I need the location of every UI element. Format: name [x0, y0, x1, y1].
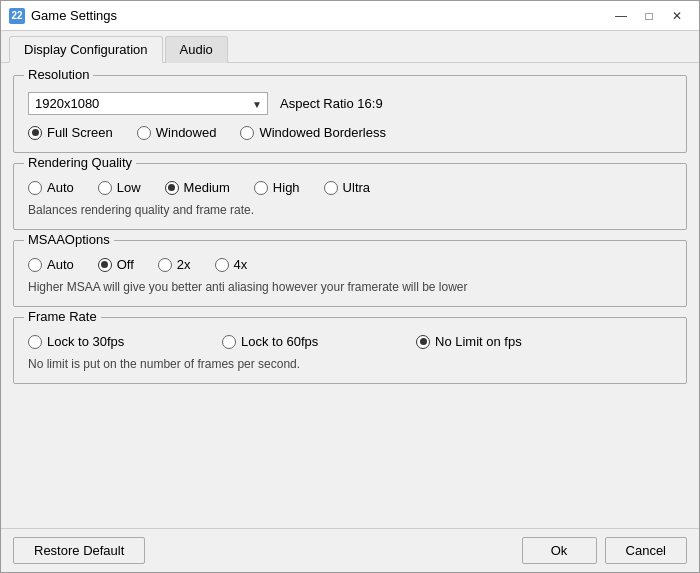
radio-msaa-auto[interactable]: Auto: [28, 257, 74, 272]
radio-low-quality-label: Low: [117, 180, 141, 195]
window-controls: — □ ✕: [607, 5, 691, 27]
radio-medium-quality-btn: [165, 181, 179, 195]
framerate-options-group: Lock to 30fps Lock to 60fps No Limit on …: [28, 334, 672, 349]
display-mode-group: Full Screen Windowed Windowed Borderless: [28, 125, 672, 140]
radio-ultra-quality[interactable]: Ultra: [324, 180, 370, 195]
window-title: Game Settings: [31, 8, 117, 23]
ok-button[interactable]: Ok: [522, 537, 597, 564]
radio-fullscreen-label: Full Screen: [47, 125, 113, 140]
radio-ultra-quality-btn: [324, 181, 338, 195]
radio-msaa-auto-label: Auto: [47, 257, 74, 272]
tab-bar: Display Configuration Audio: [1, 31, 699, 63]
radio-nolimit[interactable]: No Limit on fps: [416, 334, 522, 349]
radio-auto-quality[interactable]: Auto: [28, 180, 74, 195]
radio-fullscreen-btn: [28, 126, 42, 140]
radio-30fps-label: Lock to 30fps: [47, 334, 124, 349]
title-bar: 22 Game Settings — □ ✕: [1, 1, 699, 31]
radio-msaa-off[interactable]: Off: [98, 257, 134, 272]
resolution-group: Resolution 800x600 1024x768 1280x720 136…: [13, 75, 687, 153]
rendering-group: Rendering Quality Auto Low Medium High: [13, 163, 687, 230]
radio-windowed-label: Windowed: [156, 125, 217, 140]
content-area: Resolution 800x600 1024x768 1280x720 136…: [1, 63, 699, 528]
radio-high-quality[interactable]: High: [254, 180, 300, 195]
rendering-quality-group: Auto Low Medium High Ultra: [28, 180, 672, 195]
radio-nolimit-label: No Limit on fps: [435, 334, 522, 349]
radio-auto-quality-label: Auto: [47, 180, 74, 195]
radio-30fps[interactable]: Lock to 30fps: [28, 334, 198, 349]
title-bar-left: 22 Game Settings: [9, 8, 117, 24]
resolution-group-title: Resolution: [24, 67, 93, 82]
msaa-group: MSAAOptions Auto Off 2x 4x: [13, 240, 687, 307]
rendering-hint: Balances rendering quality and frame rat…: [28, 203, 672, 217]
radio-30fps-btn: [28, 335, 42, 349]
radio-nolimit-btn: [416, 335, 430, 349]
radio-msaa-2x-btn: [158, 258, 172, 272]
footer-right-buttons: Ok Cancel: [522, 537, 687, 564]
radio-high-quality-btn: [254, 181, 268, 195]
tab-audio[interactable]: Audio: [165, 36, 228, 63]
tab-display[interactable]: Display Configuration: [9, 36, 163, 63]
app-icon: 22: [9, 8, 25, 24]
radio-medium-quality-label: Medium: [184, 180, 230, 195]
minimize-button[interactable]: —: [607, 5, 635, 27]
radio-msaa-2x-label: 2x: [177, 257, 191, 272]
radio-low-quality[interactable]: Low: [98, 180, 141, 195]
msaa-options-group: Auto Off 2x 4x: [28, 257, 672, 272]
radio-msaa-off-btn: [98, 258, 112, 272]
framerate-group-title: Frame Rate: [24, 309, 101, 324]
radio-msaa-off-label: Off: [117, 257, 134, 272]
framerate-group: Frame Rate Lock to 30fps Lock to 60fps N…: [13, 317, 687, 384]
resolution-row: 800x600 1024x768 1280x720 1366x768 1600x…: [28, 92, 672, 115]
cancel-button[interactable]: Cancel: [605, 537, 687, 564]
radio-windowed[interactable]: Windowed: [137, 125, 217, 140]
radio-low-quality-btn: [98, 181, 112, 195]
radio-60fps-label: Lock to 60fps: [241, 334, 318, 349]
radio-60fps[interactable]: Lock to 60fps: [222, 334, 392, 349]
radio-windowed-btn: [137, 126, 151, 140]
radio-fullscreen[interactable]: Full Screen: [28, 125, 113, 140]
aspect-ratio-label: Aspect Ratio 16:9: [280, 96, 383, 111]
radio-windowed-borderless-label: Windowed Borderless: [259, 125, 385, 140]
radio-msaa-4x-label: 4x: [234, 257, 248, 272]
radio-60fps-btn: [222, 335, 236, 349]
resolution-dropdown-wrapper: 800x600 1024x768 1280x720 1366x768 1600x…: [28, 92, 268, 115]
radio-windowed-borderless[interactable]: Windowed Borderless: [240, 125, 385, 140]
msaa-group-title: MSAAOptions: [24, 232, 114, 247]
rendering-group-title: Rendering Quality: [24, 155, 136, 170]
radio-auto-quality-btn: [28, 181, 42, 195]
radio-high-quality-label: High: [273, 180, 300, 195]
maximize-button[interactable]: □: [635, 5, 663, 27]
radio-ultra-quality-label: Ultra: [343, 180, 370, 195]
restore-default-button[interactable]: Restore Default: [13, 537, 145, 564]
framerate-hint: No limit is put on the number of frames …: [28, 357, 672, 371]
main-window: 22 Game Settings — □ ✕ Display Configura…: [0, 0, 700, 573]
radio-msaa-auto-btn: [28, 258, 42, 272]
msaa-hint: Higher MSAA will give you better anti al…: [28, 280, 672, 294]
radio-windowed-borderless-btn: [240, 126, 254, 140]
resolution-dropdown[interactable]: 800x600 1024x768 1280x720 1366x768 1600x…: [28, 92, 268, 115]
radio-msaa-2x[interactable]: 2x: [158, 257, 191, 272]
radio-msaa-4x[interactable]: 4x: [215, 257, 248, 272]
close-button[interactable]: ✕: [663, 5, 691, 27]
radio-medium-quality[interactable]: Medium: [165, 180, 230, 195]
radio-msaa-4x-btn: [215, 258, 229, 272]
footer: Restore Default Ok Cancel: [1, 528, 699, 572]
